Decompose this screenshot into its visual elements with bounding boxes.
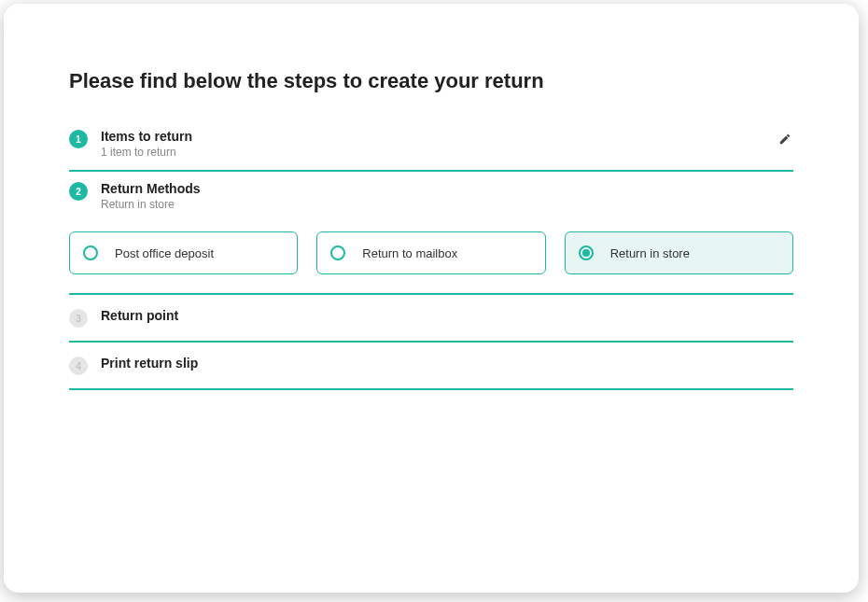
- option-post-office[interactable]: Post office deposit: [69, 231, 298, 274]
- step-sublabel: Return in store: [101, 198, 793, 211]
- step-print-slip: 4 Print return slip: [69, 343, 793, 390]
- page-title: Please find below the steps to create yo…: [69, 69, 793, 93]
- step-number-badge: 4: [69, 357, 88, 375]
- edit-icon[interactable]: [778, 133, 793, 147]
- step-header-return-point[interactable]: 3 Return point: [69, 295, 793, 341]
- step-label: Print return slip: [101, 356, 793, 371]
- option-mailbox[interactable]: Return to mailbox: [316, 231, 545, 274]
- return-method-options: Post office deposit Return to mailbox Re…: [69, 222, 793, 293]
- option-label: Post office deposit: [115, 246, 214, 260]
- step-number-badge: 3: [69, 309, 88, 328]
- step-label: Return Methods: [101, 181, 793, 196]
- option-label: Return in store: [610, 246, 690, 260]
- step-header-items[interactable]: 1 Items to return 1 item to return: [69, 119, 793, 170]
- option-return-in-store[interactable]: Return in store: [565, 231, 793, 274]
- radio-icon: [83, 245, 98, 260]
- step-label: Items to return: [101, 129, 793, 144]
- step-info: Print return slip: [101, 356, 793, 371]
- option-label: Return to mailbox: [362, 246, 457, 260]
- radio-icon: [330, 245, 345, 260]
- radio-icon: [579, 245, 594, 260]
- step-header-print-slip[interactable]: 4 Print return slip: [69, 343, 793, 388]
- step-return-point: 3 Return point: [69, 295, 793, 343]
- step-header-methods[interactable]: 2 Return Methods Return in store: [69, 172, 793, 222]
- step-label: Return point: [101, 308, 793, 323]
- step-items-to-return: 1 Items to return 1 item to return: [69, 119, 793, 172]
- step-number-badge: 2: [69, 182, 88, 201]
- return-wizard-container: Please find below the steps to create yo…: [4, 4, 859, 593]
- step-number-badge: 1: [69, 130, 88, 148]
- step-return-methods: 2 Return Methods Return in store Post of…: [69, 172, 793, 295]
- step-info: Items to return 1 item to return: [101, 129, 793, 159]
- step-divider: [69, 388, 793, 390]
- step-sublabel: 1 item to return: [101, 146, 793, 159]
- step-info: Return point: [101, 308, 793, 323]
- step-info: Return Methods Return in store: [101, 181, 793, 211]
